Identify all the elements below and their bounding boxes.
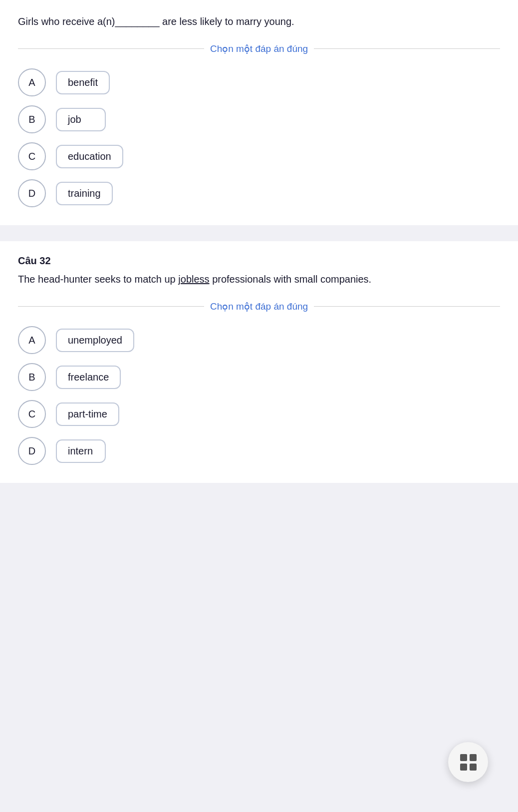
option-32-circle-a: A (18, 326, 46, 354)
option-box-d: training (56, 182, 113, 205)
option-circle-d: D (18, 179, 46, 207)
option-32-circle-d: D (18, 437, 46, 465)
option-32-box-b: freelance (56, 366, 121, 389)
option-circle-c: C (18, 142, 46, 170)
option-32-a[interactable]: A unemployed (18, 326, 500, 354)
options-list-32: A unemployed B freelance C part-time D i… (18, 326, 500, 465)
divider-32: Chọn một đáp án đúng (18, 301, 500, 312)
option-32-circle-b: B (18, 363, 46, 391)
option-32-b[interactable]: B freelance (18, 363, 500, 391)
question-31-card: Girls who receive a(n)________ are less … (0, 0, 518, 225)
option-32-c[interactable]: C part-time (18, 400, 500, 428)
question-32-text: The head-hunter seeks to match up jobles… (18, 272, 500, 287)
option-31-d[interactable]: D training (18, 179, 500, 207)
question-32-label: Câu 32 (18, 255, 500, 267)
divider-31: Chọn một đáp án đúng (18, 43, 500, 54)
question-31-text: Girls who receive a(n)________ are less … (18, 14, 500, 29)
option-circle-a: A (18, 68, 46, 96)
fab-grid-button[interactable] (448, 742, 488, 782)
option-32-box-c: part-time (56, 403, 119, 426)
option-32-box-a: unemployed (56, 329, 134, 352)
option-32-d[interactable]: D intern (18, 437, 500, 465)
gap (0, 233, 518, 241)
option-31-a[interactable]: A benefit (18, 68, 500, 96)
question-32-card: Câu 32 The head-hunter seeks to match up… (0, 241, 518, 483)
option-31-b[interactable]: B job (18, 105, 500, 133)
option-box-b: job (56, 108, 106, 131)
options-list-31: A benefit B job C education D training (18, 68, 500, 207)
grid-icon (460, 754, 477, 771)
option-32-box-d: intern (56, 439, 106, 463)
option-31-c[interactable]: C education (18, 142, 500, 170)
option-box-a: benefit (56, 71, 110, 94)
option-box-c: education (56, 145, 123, 168)
option-32-circle-c: C (18, 400, 46, 428)
option-circle-b: B (18, 105, 46, 133)
